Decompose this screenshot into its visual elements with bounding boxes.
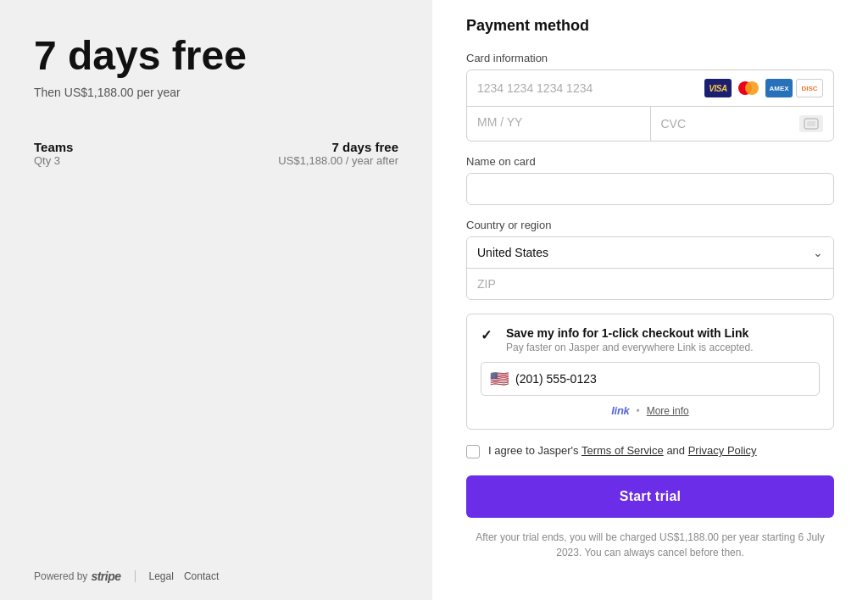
right-panel: Payment method Card information 1234 123… [432,0,868,600]
card-cvc[interactable]: CVC [651,107,834,141]
trial-subtitle: Then US$1,188.00 per year [34,86,398,99]
zip-placeholder: ZIP [477,277,496,291]
plan-price-col: 7 days free US$1,188.00 / year after [278,140,398,167]
cvc-placeholder: CVC [661,117,687,131]
mastercard-icon [735,79,762,97]
left-content: 7 days free Then US$1,188.00 per year Te… [34,34,398,170]
card-number-placeholder: 1234 1234 1234 1234 [477,81,704,95]
link-save-title: Save my info for 1-click checkout with L… [506,326,754,340]
link-save-box: ✓ Save my info for 1-click checkout with… [466,314,834,430]
stripe-logo: stripe [91,569,120,583]
section-title: Payment method [466,17,834,35]
footer-links: Legal Contact [149,570,220,582]
us-flag-icon: 🇺🇸 [490,369,509,388]
checkmark-icon: ✓ [481,327,498,344]
agree-row: I agree to Jasper's Terms of Service and… [466,443,834,458]
country-region-label: Country or region [466,219,834,231]
legal-link[interactable]: Legal [149,570,174,582]
plan-left: Teams Qty 3 [34,140,73,167]
name-on-card-input[interactable] [466,173,834,205]
trial-title: 7 days free [34,34,398,79]
start-trial-button[interactable]: Start trial [466,475,834,518]
card-icons: VISA AMEX DISC [704,79,823,97]
more-info-link[interactable]: More info [647,405,689,417]
agree-checkbox[interactable] [466,445,480,458]
plan-qty: Qty 3 [34,154,73,167]
amex-icon: AMEX [765,79,793,97]
agree-text: I agree to Jasper's Terms of Service and… [488,443,757,458]
privacy-link[interactable]: Privacy Policy [688,444,757,457]
plan-name: Teams [34,140,73,154]
link-phone-row[interactable]: 🇺🇸 (201) 555-0123 [481,362,820,396]
powered-by-text: Powered by [34,570,87,582]
discover-icon: DISC [796,79,823,97]
link-logo: link [611,404,629,417]
name-on-card-group: Name on card [466,155,834,205]
agree-text-before: I agree to Jasper's [488,444,579,457]
contact-link[interactable]: Contact [184,570,219,582]
zip-row[interactable]: ZIP [467,269,833,299]
card-info-label: Card information [466,52,834,64]
svg-rect-1 [807,121,815,126]
card-expiry[interactable]: MM / YY [467,107,651,141]
card-info-group: Card information 1234 1234 1234 1234 VIS… [466,52,834,142]
visa-icon: VISA [704,79,732,97]
cvc-chip-icon [799,115,823,132]
card-bottom-row: MM / YY CVC [467,107,833,141]
name-on-card-label: Name on card [466,155,834,168]
phone-text: (201) 555-0123 [515,372,597,386]
country-name: United States [477,246,813,259]
chevron-down-icon: ⌄ [813,246,823,259]
card-number-row: 1234 1234 1234 1234 VISA AMEX DISC [467,70,833,107]
link-footer: link • More info [481,404,820,417]
tos-link[interactable]: Terms of Service [581,444,664,457]
plan-badge: 7 days free [278,140,398,154]
plan-per-year: US$1,188.00 / year after [278,154,398,167]
footer-divider [135,570,136,582]
left-footer: Powered by stripe Legal Contact [34,553,398,583]
link-save-top: ✓ Save my info for 1-click checkout with… [481,326,820,353]
country-region-group: Country or region United States ⌄ ZIP [466,219,834,300]
powered-by: Powered by stripe [34,569,121,583]
link-save-text: Save my info for 1-click checkout with L… [506,326,754,353]
left-panel: 7 days free Then US$1,188.00 per year Te… [0,0,432,600]
card-info-box[interactable]: 1234 1234 1234 1234 VISA AMEX DISC MM / … [466,69,834,142]
country-selector[interactable]: United States ⌄ [467,237,833,269]
link-save-desc: Pay faster on Jasper and everywhere Link… [506,342,754,353]
after-trial-text: After your trial ends, you will be charg… [466,530,834,560]
link-dot: • [636,405,639,417]
country-zip-box: United States ⌄ ZIP [466,236,834,300]
plan-row: Teams Qty 3 7 days free US$1,188.00 / ye… [34,140,398,167]
